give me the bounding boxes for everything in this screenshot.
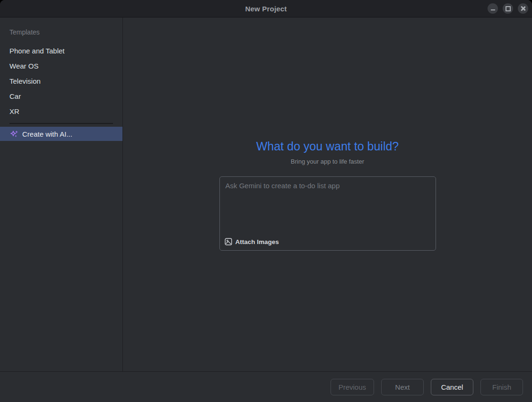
sidebar-item-wear-os[interactable]: Wear OS: [0, 59, 122, 74]
new-project-dialog: New Project Templates Phone and Tablet W…: [0, 0, 532, 402]
templates-sidebar: Templates Phone and Tablet Wear OS Telev…: [0, 17, 123, 371]
attach-images-button[interactable]: Attach Images: [220, 238, 285, 250]
sidebar-item-car[interactable]: Car: [0, 89, 122, 104]
close-button[interactable]: [518, 3, 528, 14]
close-icon: [521, 6, 525, 11]
sidebar-item-xr[interactable]: XR: [0, 104, 122, 119]
titlebar: New Project: [0, 0, 532, 17]
next-button[interactable]: Next: [381, 379, 424, 395]
sidebar-header: Templates: [0, 25, 122, 44]
page-title: What do you want to build?: [256, 140, 399, 153]
cancel-button[interactable]: Cancel: [431, 379, 473, 395]
sidebar-item-create-with-ai[interactable]: Create with AI...: [0, 127, 122, 141]
dialog-footer: Previous Next Cancel Finish: [0, 372, 532, 402]
window-controls: [488, 0, 528, 17]
minimize-icon: [491, 9, 495, 10]
maximize-button[interactable]: [503, 3, 513, 14]
prompt-box: Attach Images: [219, 176, 436, 251]
page-subtitle: Bring your app to life faster: [291, 158, 364, 165]
minimize-button[interactable]: [488, 3, 498, 14]
gemini-prompt-input[interactable]: [220, 177, 436, 238]
attach-images-label: Attach Images: [235, 238, 279, 245]
previous-button[interactable]: Previous: [331, 379, 374, 395]
sidebar-item-television[interactable]: Television: [0, 74, 122, 89]
main-panel: What do you want to build? Bring your ap…: [123, 17, 532, 371]
window-title: New Project: [245, 5, 287, 13]
gemini-sparkle-icon: [10, 130, 18, 138]
image-icon: [225, 238, 232, 245]
finish-button[interactable]: Finish: [480, 379, 523, 395]
maximize-icon: [506, 6, 511, 11]
dialog-body: Templates Phone and Tablet Wear OS Telev…: [0, 17, 532, 372]
sidebar-divider: [9, 123, 113, 124]
sidebar-item-label: Create with AI...: [22, 130, 72, 138]
sidebar-item-phone-and-tablet[interactable]: Phone and Tablet: [0, 44, 122, 59]
